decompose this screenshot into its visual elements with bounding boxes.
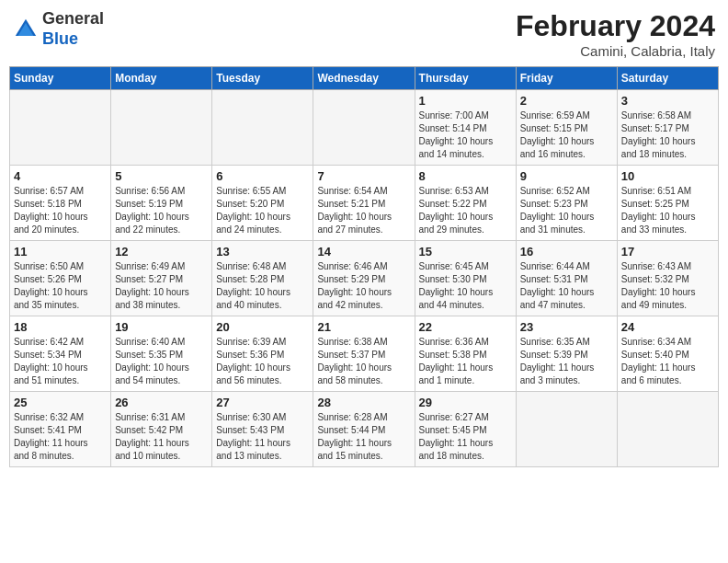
- day-cell: 15Sunrise: 6:45 AM Sunset: 5:30 PM Dayli…: [415, 241, 516, 316]
- day-info: Sunrise: 7:00 AM Sunset: 5:14 PM Dayligh…: [419, 109, 512, 161]
- day-cell: 12Sunrise: 6:49 AM Sunset: 5:27 PM Dayli…: [111, 241, 212, 316]
- day-info: Sunrise: 6:49 AM Sunset: 5:27 PM Dayligh…: [115, 260, 208, 312]
- month-title: February 2024: [516, 9, 715, 43]
- day-number: 7: [317, 169, 410, 183]
- day-info: Sunrise: 6:59 AM Sunset: 5:15 PM Dayligh…: [520, 109, 613, 161]
- day-info: Sunrise: 6:35 AM Sunset: 5:39 PM Dayligh…: [520, 336, 613, 387]
- day-number: 11: [14, 245, 107, 259]
- day-number: 27: [216, 396, 309, 409]
- day-number: 9: [520, 169, 613, 183]
- day-number: 17: [621, 245, 714, 259]
- day-info: Sunrise: 6:27 AM Sunset: 5:45 PM Dayligh…: [419, 411, 512, 463]
- logo-text: General Blue: [42, 9, 104, 49]
- day-number: 29: [419, 396, 512, 409]
- weekday-header-sunday: Sunday: [10, 67, 111, 90]
- weekday-header-row: SundayMondayTuesdayWednesdayThursdayFrid…: [10, 67, 719, 90]
- day-cell: 4Sunrise: 6:57 AM Sunset: 5:18 PM Daylig…: [10, 166, 111, 241]
- day-info: Sunrise: 6:32 AM Sunset: 5:41 PM Dayligh…: [14, 411, 107, 463]
- day-cell: 9Sunrise: 6:52 AM Sunset: 5:23 PM Daylig…: [516, 166, 617, 241]
- day-number: 15: [419, 245, 512, 259]
- weekday-header-thursday: Thursday: [415, 67, 516, 90]
- location: Camini, Calabria, Italy: [516, 43, 715, 59]
- day-info: Sunrise: 6:31 AM Sunset: 5:42 PM Dayligh…: [115, 411, 208, 463]
- day-cell: 28Sunrise: 6:28 AM Sunset: 5:44 PM Dayli…: [313, 392, 415, 467]
- day-cell: 21Sunrise: 6:38 AM Sunset: 5:37 PM Dayli…: [313, 316, 415, 392]
- day-cell: 6Sunrise: 6:55 AM Sunset: 5:20 PM Daylig…: [212, 166, 313, 241]
- day-info: Sunrise: 6:57 AM Sunset: 5:18 PM Dayligh…: [14, 185, 107, 236]
- day-number: 10: [621, 169, 714, 183]
- day-number: 14: [317, 245, 410, 259]
- day-cell: [516, 392, 617, 467]
- day-info: Sunrise: 6:28 AM Sunset: 5:44 PM Dayligh…: [317, 411, 410, 463]
- day-number: 24: [621, 320, 714, 334]
- day-number: 23: [520, 320, 613, 334]
- day-info: Sunrise: 6:56 AM Sunset: 5:19 PM Dayligh…: [115, 185, 208, 236]
- week-row-5: 25Sunrise: 6:32 AM Sunset: 5:41 PM Dayli…: [10, 392, 719, 467]
- day-cell: 14Sunrise: 6:46 AM Sunset: 5:29 PM Dayli…: [313, 241, 415, 316]
- day-cell: 16Sunrise: 6:44 AM Sunset: 5:31 PM Dayli…: [516, 241, 617, 316]
- day-info: Sunrise: 6:40 AM Sunset: 5:35 PM Dayligh…: [115, 336, 208, 387]
- day-cell: 17Sunrise: 6:43 AM Sunset: 5:32 PM Dayli…: [617, 241, 718, 316]
- day-cell: 3Sunrise: 6:58 AM Sunset: 5:17 PM Daylig…: [617, 90, 718, 166]
- day-cell: 1Sunrise: 7:00 AM Sunset: 5:14 PM Daylig…: [415, 90, 516, 166]
- day-number: 13: [216, 245, 309, 259]
- day-number: 19: [115, 320, 208, 334]
- weekday-header-wednesday: Wednesday: [313, 67, 415, 90]
- day-info: Sunrise: 6:39 AM Sunset: 5:36 PM Dayligh…: [216, 336, 309, 387]
- day-cell: 8Sunrise: 6:53 AM Sunset: 5:22 PM Daylig…: [415, 166, 516, 241]
- weekday-header-monday: Monday: [111, 67, 212, 90]
- day-cell: 25Sunrise: 6:32 AM Sunset: 5:41 PM Dayli…: [10, 392, 111, 467]
- day-info: Sunrise: 6:48 AM Sunset: 5:28 PM Dayligh…: [216, 260, 309, 312]
- day-info: Sunrise: 6:58 AM Sunset: 5:17 PM Dayligh…: [621, 109, 714, 161]
- day-number: 26: [115, 396, 208, 409]
- day-info: Sunrise: 6:34 AM Sunset: 5:40 PM Dayligh…: [621, 336, 714, 387]
- day-cell: 7Sunrise: 6:54 AM Sunset: 5:21 PM Daylig…: [313, 166, 415, 241]
- day-cell: 10Sunrise: 6:51 AM Sunset: 5:25 PM Dayli…: [617, 166, 718, 241]
- day-cell: 27Sunrise: 6:30 AM Sunset: 5:43 PM Dayli…: [212, 392, 313, 467]
- day-number: 6: [216, 169, 309, 183]
- day-cell: 24Sunrise: 6:34 AM Sunset: 5:40 PM Dayli…: [617, 316, 718, 392]
- week-row-2: 4Sunrise: 6:57 AM Sunset: 5:18 PM Daylig…: [10, 166, 719, 241]
- logo-icon: [13, 17, 39, 42]
- week-row-4: 18Sunrise: 6:42 AM Sunset: 5:34 PM Dayli…: [10, 316, 719, 392]
- day-cell: 22Sunrise: 6:36 AM Sunset: 5:38 PM Dayli…: [415, 316, 516, 392]
- day-number: 20: [216, 320, 309, 334]
- day-cell: 5Sunrise: 6:56 AM Sunset: 5:19 PM Daylig…: [111, 166, 212, 241]
- weekday-header-tuesday: Tuesday: [212, 67, 313, 90]
- week-row-1: 1Sunrise: 7:00 AM Sunset: 5:14 PM Daylig…: [10, 90, 719, 166]
- day-cell: 19Sunrise: 6:40 AM Sunset: 5:35 PM Dayli…: [111, 316, 212, 392]
- day-number: 18: [14, 320, 107, 334]
- day-cell: 11Sunrise: 6:50 AM Sunset: 5:26 PM Dayli…: [10, 241, 111, 316]
- day-cell: [617, 392, 718, 467]
- day-info: Sunrise: 6:42 AM Sunset: 5:34 PM Dayligh…: [14, 336, 107, 387]
- day-info: Sunrise: 6:38 AM Sunset: 5:37 PM Dayligh…: [317, 336, 410, 387]
- day-number: 4: [14, 169, 107, 183]
- day-info: Sunrise: 6:45 AM Sunset: 5:30 PM Dayligh…: [419, 260, 512, 312]
- day-info: Sunrise: 6:50 AM Sunset: 5:26 PM Dayligh…: [14, 260, 107, 312]
- day-cell: 18Sunrise: 6:42 AM Sunset: 5:34 PM Dayli…: [10, 316, 111, 392]
- day-cell: [10, 90, 111, 166]
- page-header: General Blue February 2024 Camini, Calab…: [9, 9, 719, 59]
- day-number: 1: [419, 94, 512, 108]
- title-block: February 2024 Camini, Calabria, Italy: [516, 9, 715, 59]
- day-number: 12: [115, 245, 208, 259]
- calendar-table: SundayMondayTuesdayWednesdayThursdayFrid…: [9, 66, 719, 467]
- day-cell: 23Sunrise: 6:35 AM Sunset: 5:39 PM Dayli…: [516, 316, 617, 392]
- day-number: 16: [520, 245, 613, 259]
- day-number: 22: [419, 320, 512, 334]
- day-info: Sunrise: 6:30 AM Sunset: 5:43 PM Dayligh…: [216, 411, 309, 463]
- day-cell: 2Sunrise: 6:59 AM Sunset: 5:15 PM Daylig…: [516, 90, 617, 166]
- day-info: Sunrise: 6:36 AM Sunset: 5:38 PM Dayligh…: [419, 336, 512, 387]
- day-cell: [111, 90, 212, 166]
- day-info: Sunrise: 6:55 AM Sunset: 5:20 PM Dayligh…: [216, 185, 309, 236]
- day-info: Sunrise: 6:46 AM Sunset: 5:29 PM Dayligh…: [317, 260, 410, 312]
- day-number: 3: [621, 94, 714, 108]
- day-number: 28: [317, 396, 410, 409]
- day-number: 21: [317, 320, 410, 334]
- week-row-3: 11Sunrise: 6:50 AM Sunset: 5:26 PM Dayli…: [10, 241, 719, 316]
- weekday-header-friday: Friday: [516, 67, 617, 90]
- day-number: 2: [520, 94, 613, 108]
- logo: General Blue: [13, 9, 104, 49]
- day-number: 25: [14, 396, 107, 409]
- day-info: Sunrise: 6:52 AM Sunset: 5:23 PM Dayligh…: [520, 185, 613, 236]
